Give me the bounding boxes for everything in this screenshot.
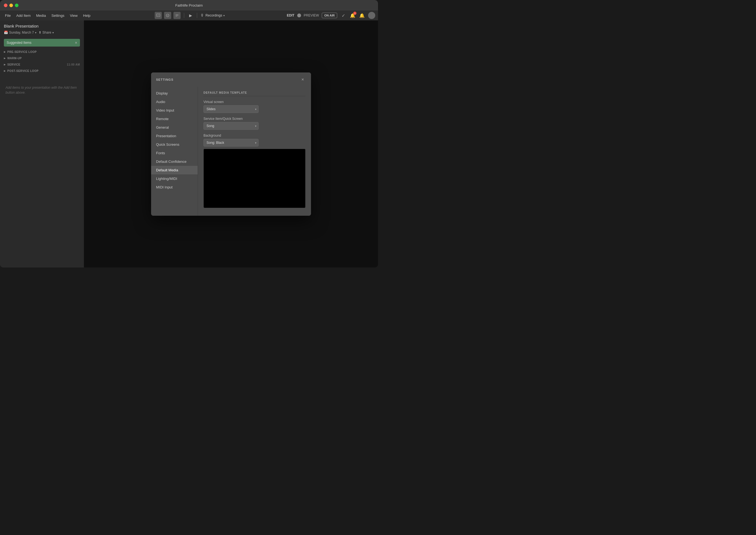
calendar-icon: 📅: [4, 31, 8, 35]
date-chevron-icon: ▾: [35, 31, 36, 34]
edit-dot: [297, 14, 301, 17]
toolbar-icon-2[interactable]: [164, 12, 171, 19]
app-title: Faithlife Proclaim: [175, 3, 203, 8]
nav-fonts[interactable]: Fonts: [151, 149, 198, 157]
nav-default-media[interactable]: Default Media: [151, 166, 198, 174]
section-pre-service[interactable]: ▶ PRE-SERVICE LOOP: [0, 49, 84, 55]
notification-badge: 1: [353, 12, 356, 15]
service-time: 11:00 AM: [67, 63, 80, 66]
section-warm-up[interactable]: ▶ WARM-UP: [0, 55, 84, 61]
suggested-items-close-icon[interactable]: ×: [75, 41, 77, 45]
background-select-wrapper: Song: Black ▾: [203, 139, 258, 147]
minimize-button[interactable]: [9, 4, 13, 7]
modal-overlay: SETTINGS × Display Audio Video Input Rem…: [84, 20, 378, 268]
dialog-nav: Display Audio Video Input Remote General…: [151, 87, 198, 216]
background-group: Background Song: Black ▾: [203, 134, 306, 208]
dialog-title: SETTINGS: [156, 78, 173, 81]
recordings-label: Recordings: [205, 14, 222, 17]
menu-add-item[interactable]: Add Item: [14, 13, 33, 19]
recordings-button[interactable]: 🎙 Recordings ▾: [200, 13, 225, 18]
nav-video-input[interactable]: Video Input: [151, 106, 198, 115]
nav-default-confidence[interactable]: Default Confidence: [151, 157, 198, 166]
edit-label: EDIT: [287, 14, 294, 17]
virtual-screen-label: Virtual screen: [203, 100, 306, 104]
titlebar: Faithlife Proclaim: [0, 0, 378, 11]
sidebar: Blank Presentation 📅 Sunday, March 7 ▾ ⬆…: [0, 20, 84, 268]
section-service[interactable]: ▶ SERVICE 11:00 AM: [0, 61, 84, 68]
avatar[interactable]: [368, 12, 375, 19]
share-icon: ⬆: [39, 31, 41, 35]
empty-hint: Add items to your presentation with the …: [6, 85, 78, 95]
suggested-items-label: Suggested Items: [7, 41, 31, 44]
date-button[interactable]: 📅 Sunday, March 7 ▾: [4, 31, 36, 35]
toolbar-divider: [184, 13, 184, 18]
sidebar-header: Blank Presentation 📅 Sunday, March 7 ▾ ⬆…: [0, 20, 84, 37]
nav-audio[interactable]: Audio: [151, 98, 198, 106]
virtual-screen-group: Virtual screen Slides ▾: [203, 100, 306, 113]
virtual-screen-select[interactable]: Slides: [203, 105, 258, 113]
traffic-lights: [4, 4, 18, 7]
background-preview: [203, 149, 306, 208]
menubar: File Add Item Media Settings View Help ▶…: [0, 11, 378, 20]
triangle-icon: ▶: [4, 51, 6, 53]
service-item-select-wrapper: Song ▾: [203, 122, 258, 130]
play-button[interactable]: ▶: [188, 13, 194, 18]
dialog-content: DEFAULT MEDIA TEMPLATE Virtual screen Sl…: [198, 87, 311, 216]
dialog-header: SETTINGS ×: [151, 72, 311, 87]
main-layout: Blank Presentation 📅 Sunday, March 7 ▾ ⬆…: [0, 20, 378, 268]
recordings-chevron-icon: ▾: [223, 14, 225, 17]
triangle-icon-2: ▶: [4, 57, 6, 60]
settings-dialog: SETTINGS × Display Audio Video Input Rem…: [151, 72, 311, 216]
share-label: Share: [43, 31, 51, 35]
nav-display[interactable]: Display: [151, 89, 198, 98]
presentation-title: Blank Presentation: [4, 24, 80, 28]
nav-remote[interactable]: Remote: [151, 115, 198, 123]
menu-media[interactable]: Media: [34, 13, 48, 19]
nav-presentation[interactable]: Presentation: [151, 132, 198, 140]
toolbar-center: ▶ 🎙 Recordings ▾: [94, 12, 286, 19]
nav-midi-input[interactable]: MIDI Input: [151, 183, 198, 191]
on-air-button[interactable]: ON AIR: [322, 13, 337, 18]
sidebar-empty: Add items to your presentation with the …: [0, 74, 84, 268]
nav-general[interactable]: General: [151, 123, 198, 132]
date-row: 📅 Sunday, March 7 ▾ ⬆ Share ▾: [4, 31, 80, 35]
service-item-label: Service Item/Quick Screen: [203, 117, 306, 121]
svg-rect-0: [157, 14, 160, 16]
triangle-icon-3: ▶: [4, 63, 6, 66]
share-chevron-icon: ▾: [52, 31, 54, 34]
service-item-group: Service Item/Quick Screen Song ▾: [203, 117, 306, 130]
mic-icon: 🎙: [200, 13, 204, 18]
toolbar-icon-3[interactable]: [173, 12, 181, 19]
maximize-button[interactable]: [15, 4, 18, 7]
toolbar-divider-2: [197, 13, 197, 18]
background-select[interactable]: Song: Black: [203, 139, 258, 147]
section-pre-service-label: PRE-SERVICE LOOP: [8, 50, 37, 53]
virtual-screen-select-wrapper: Slides ▾: [203, 105, 258, 113]
nav-quick-screens[interactable]: Quick Screens: [151, 140, 198, 149]
toolbar-icon-1[interactable]: [155, 12, 162, 19]
close-button[interactable]: [4, 4, 8, 7]
service-item-select[interactable]: Song: [203, 122, 258, 130]
content-section-label: DEFAULT MEDIA TEMPLATE: [203, 91, 306, 96]
section-service-label: SERVICE: [8, 63, 20, 66]
bell-icon[interactable]: 🔔: [359, 12, 365, 19]
triangle-icon-4: ▶: [4, 70, 6, 72]
section-post-service[interactable]: ▶ POST-SERVICE LOOP: [0, 68, 84, 74]
menu-settings[interactable]: Settings: [49, 13, 67, 19]
suggested-items-button[interactable]: Suggested Items ×: [4, 39, 80, 46]
menu-view[interactable]: View: [68, 13, 80, 19]
section-post-service-label: POST-SERVICE LOOP: [8, 70, 39, 72]
notification-icon[interactable]: 🔔 1: [349, 12, 356, 19]
section-warm-up-label: WARM-UP: [8, 57, 22, 60]
nav-lighting-midi[interactable]: Lighting/MIDI: [151, 174, 198, 183]
menu-file[interactable]: File: [3, 13, 13, 19]
date-label: Sunday, March 7: [9, 31, 34, 35]
checkmark-icon[interactable]: ✓: [340, 12, 347, 19]
background-label: Background: [203, 134, 306, 137]
menu-help[interactable]: Help: [81, 13, 93, 19]
dialog-close-button[interactable]: ×: [299, 76, 306, 83]
share-button[interactable]: ⬆ Share ▾: [39, 31, 54, 35]
dialog-body: Display Audio Video Input Remote General…: [151, 87, 311, 216]
menubar-right: EDIT PREVIEW ON AIR ✓ 🔔 1 🔔: [287, 12, 375, 19]
content-area: SETTINGS × Display Audio Video Input Rem…: [84, 20, 378, 268]
